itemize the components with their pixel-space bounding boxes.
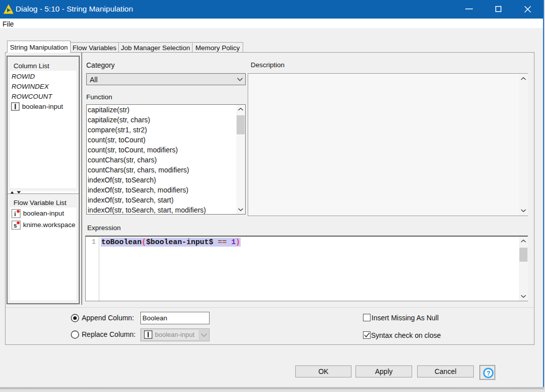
svg-text:?: ?	[486, 370, 490, 377]
svg-text:s: s	[14, 222, 17, 229]
svg-text:i: i	[14, 210, 16, 218]
